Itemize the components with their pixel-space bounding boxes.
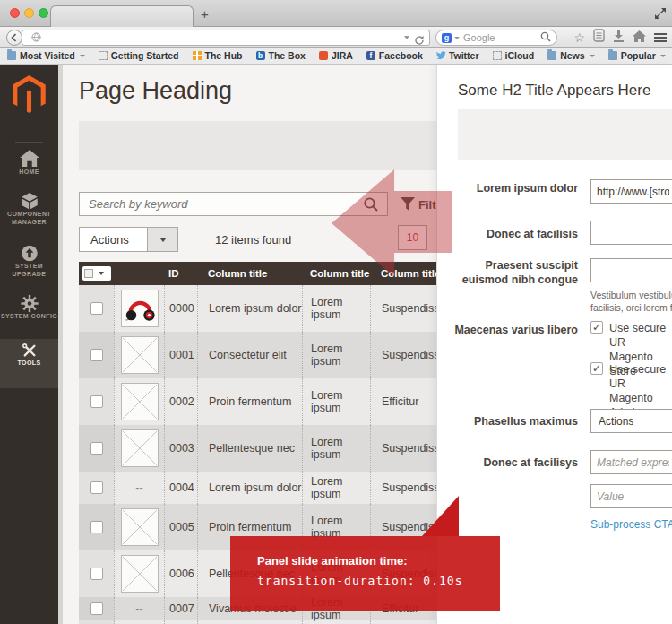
animation-callout: Panel slide animation time: transition-d…: [230, 536, 500, 611]
row-checkbox[interactable]: [90, 442, 103, 455]
back-button[interactable]: [6, 30, 22, 46]
url-dropdown-icon[interactable]: [404, 36, 409, 39]
google-icon: g: [442, 33, 452, 43]
row-checkbox[interactable]: [90, 395, 103, 408]
chevron-down-icon: [99, 272, 104, 275]
search-engine-dropdown-icon[interactable]: [454, 37, 460, 39]
field-label: Maecenas varius libero: [439, 323, 578, 337]
checkbox-checked[interactable]: [590, 362, 603, 375]
hub-icon: [193, 51, 202, 60]
folder-icon: [608, 51, 617, 60]
box-icon: b: [256, 51, 265, 60]
facebook-icon: f: [366, 51, 375, 60]
sidebar-item-home[interactable]: HOME: [0, 148, 58, 184]
bookmark-icloud[interactable]: iCloud: [493, 50, 535, 61]
items-found-count: 12 items found: [215, 233, 291, 247]
pink-arrow-annotation: [332, 169, 452, 277]
close-window-button[interactable]: [10, 8, 20, 18]
bookmark-jira[interactable]: JIRA: [319, 50, 353, 61]
folder-icon: [7, 51, 16, 60]
twitter-bird-icon: [436, 51, 445, 60]
actions-select[interactable]: Actions: [590, 409, 672, 433]
header-column-title-1[interactable]: Column title: [197, 262, 302, 285]
home-icon[interactable]: [633, 30, 646, 46]
sidebar-item-component-manager[interactable]: COMPONENT MANAGER: [0, 190, 58, 237]
image-placeholder: [121, 336, 159, 374]
image-placeholder: [121, 555, 159, 593]
chevron-down-icon: [590, 55, 595, 57]
bookmark-facebook[interactable]: fFacebook: [366, 50, 423, 61]
chevron-down-icon: [159, 238, 167, 242]
jira-icon: [319, 51, 328, 60]
default-favicon: [99, 51, 108, 60]
sub-process-cta-link[interactable]: Sub-process CTA lin: [590, 518, 672, 531]
browser-titlebar: +: [0, 0, 672, 27]
admin-sidebar: HOME COMPONENT MANAGER SYSTEM UPGRADE SY…: [0, 65, 58, 624]
header-id[interactable]: ID: [164, 262, 197, 285]
header-thumbnail[interactable]: [114, 262, 164, 285]
screenshot-root: + g Google ☆: [0, 0, 672, 624]
magento-logo[interactable]: [13, 75, 46, 117]
sidebar-item-system-upgrade[interactable]: SYSTEM UPGRADE: [0, 242, 58, 287]
panel-toolbar-placeholder: [458, 109, 672, 160]
row-checkbox[interactable]: [90, 302, 103, 315]
image-placeholder: [121, 383, 159, 420]
globe-icon: [31, 30, 41, 46]
search-input[interactable]: [79, 192, 388, 216]
field-label: Praesent suscipit euismod nibh congue: [439, 258, 578, 287]
bookmark-the-box[interactable]: bThe Box: [256, 50, 306, 61]
bookmarks-list-icon[interactable]: [593, 29, 605, 46]
zoom-window-button[interactable]: [39, 8, 48, 18]
minimize-window-button[interactable]: [24, 8, 34, 18]
row-checkbox[interactable]: [90, 349, 103, 361]
home-icon: [20, 150, 39, 167]
bookmark-star-icon[interactable]: ☆: [573, 31, 585, 44]
sidebar-divider: [15, 142, 43, 143]
bookmark-most-visited[interactable]: Most Visited: [7, 50, 85, 61]
bookmark-getting-started[interactable]: Getting Started: [99, 50, 179, 61]
field-helper-text: Vestibulum vestibulum facilisis, orci lo…: [590, 289, 672, 314]
search-engine-label: Google: [463, 32, 540, 43]
text-field[interactable]: [590, 258, 672, 282]
text-field[interactable]: [590, 221, 672, 245]
value-field[interactable]: [590, 484, 672, 508]
folder-icon: [547, 51, 556, 60]
content-left-strip: [58, 65, 63, 624]
search-magnifier-icon[interactable]: [540, 30, 551, 46]
matched-expression-field[interactable]: [590, 450, 672, 474]
no-image-dash: --: [135, 602, 142, 615]
fullscreen-icon[interactable]: [654, 7, 667, 23]
bookmarks-bar: Most Visited Getting Started The Hub bTh…: [0, 48, 672, 65]
actions-dropdown[interactable]: Actions: [79, 227, 148, 252]
sidebar-item-tools[interactable]: TOOLS: [0, 339, 58, 388]
new-tab-button[interactable]: +: [201, 6, 209, 22]
row-checkbox[interactable]: [90, 602, 103, 615]
upgrade-arrow-icon: [20, 244, 39, 263]
checkbox-checked[interactable]: [590, 321, 603, 334]
tools-icon: [20, 341, 39, 360]
row-checkbox[interactable]: [90, 481, 103, 494]
callout-code: transition-duration: 0.10s: [257, 574, 500, 587]
browser-tab[interactable]: [50, 5, 194, 27]
url-field[interactable]: [590, 179, 672, 204]
bookmark-popular[interactable]: Popular: [608, 50, 666, 61]
header-column-title-2[interactable]: Column title: [302, 262, 370, 285]
bookmark-news[interactable]: News: [547, 50, 594, 61]
row-checkbox[interactable]: [90, 521, 103, 533]
sidebar-item-system-config[interactable]: SYSTEM CONFIG: [0, 292, 58, 337]
downloads-icon[interactable]: [613, 30, 625, 46]
bookmark-twitter[interactable]: Twitter: [436, 50, 479, 61]
actions-dropdown-caret[interactable]: [147, 227, 178, 252]
callout-title: Panel slide animation time:: [257, 554, 500, 568]
no-image-dash: --: [135, 481, 142, 494]
field-label: Donec at facilisys: [439, 455, 578, 470]
row-checkbox[interactable]: [90, 568, 103, 580]
menu-icon[interactable]: [654, 33, 667, 42]
address-bar[interactable]: [22, 30, 430, 46]
bookmark-the-hub[interactable]: The Hub: [193, 50, 243, 61]
admin-app: HOME COMPONENT MANAGER SYSTEM UPGRADE SY…: [0, 65, 672, 624]
select-all-checkbox[interactable]: [84, 269, 93, 278]
search-bar[interactable]: g Google: [435, 30, 557, 46]
select-all-control[interactable]: [79, 262, 114, 285]
chevron-down-icon: [660, 55, 666, 57]
